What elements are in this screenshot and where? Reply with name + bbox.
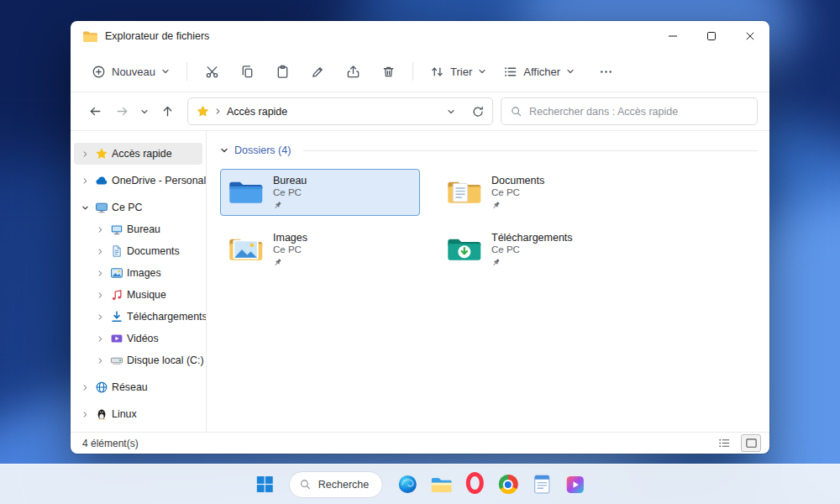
nav-buttons — [82, 99, 180, 124]
maximize-button[interactable] — [692, 21, 731, 51]
taskbar-opera-button[interactable] — [458, 466, 491, 500]
details-view-button[interactable] — [714, 434, 734, 452]
cloud-icon — [94, 174, 108, 188]
chevron-down-icon[interactable] — [79, 204, 91, 212]
sidebar-item-bureau[interactable]: Bureau — [74, 218, 202, 240]
delete-button[interactable] — [373, 57, 403, 86]
chevron-right-icon[interactable] — [79, 177, 91, 185]
pin-icon — [273, 258, 282, 267]
chevron-right-icon[interactable] — [79, 384, 91, 391]
taskbar-edge-button[interactable] — [391, 468, 424, 501]
large-icons-view-button[interactable] — [741, 434, 761, 452]
collapse-group-icon[interactable] — [220, 146, 228, 155]
folder-tile-bureau[interactable]: BureauCe PC — [220, 169, 420, 216]
forward-button[interactable] — [109, 99, 134, 124]
window-body: Accès rapideOneDrive - PersonalCe PCBure… — [71, 131, 769, 432]
search-input[interactable] — [529, 106, 748, 118]
window-title: Explorateur de fichiers — [105, 30, 209, 42]
sidebar-item-acces-rapide[interactable]: Accès rapide — [74, 143, 202, 165]
desktop: Explorateur de fichiers Nouveau Trier — [0, 0, 840, 504]
chevron-right-icon[interactable] — [94, 313, 106, 321]
chevron-right-icon[interactable] — [94, 357, 106, 365]
back-button[interactable] — [82, 99, 108, 124]
paste-button[interactable] — [267, 57, 297, 86]
chevron-down-icon — [447, 108, 455, 116]
music-icon — [109, 288, 123, 302]
refresh-button[interactable] — [467, 101, 489, 123]
folder-tile-images[interactable]: ImagesCe PC — [220, 226, 420, 273]
chevron-down-icon — [478, 67, 486, 76]
file-explorer-icon — [431, 476, 452, 494]
notes-icon — [534, 475, 550, 494]
chevron-right-icon[interactable] — [79, 150, 91, 158]
sidebar-item-linux[interactable]: Linux — [74, 403, 202, 425]
taskbar-media-button[interactable] — [559, 468, 592, 501]
pin-icon — [491, 258, 501, 267]
view-button[interactable]: Afficher — [496, 59, 582, 85]
cut-button[interactable] — [197, 57, 227, 86]
more-options-button[interactable] — [591, 57, 621, 86]
title-bar[interactable]: Explorateur de fichiers — [71, 21, 769, 51]
sidebar-item-disque-local-c[interactable]: Disque local (C:) — [74, 349, 202, 371]
folder-downloads-icon — [446, 234, 483, 265]
new-button[interactable]: Nouveau — [84, 59, 177, 85]
copy-button[interactable] — [232, 57, 262, 86]
folder-tiles: BureauCe PCDocumentsCe PCImagesCe PCTélé… — [220, 169, 758, 273]
taskbar-search-button[interactable]: Recherche — [289, 471, 383, 498]
chevron-right-icon[interactable] — [94, 248, 106, 255]
recent-button[interactable] — [136, 99, 153, 124]
folder-tile-telechargements[interactable]: TéléchargementsCe PC — [438, 226, 638, 273]
folder-name: Téléchargements — [491, 232, 573, 244]
star-icon — [94, 147, 108, 161]
toolbar-actions — [197, 57, 403, 86]
chevron-right-icon[interactable] — [94, 335, 106, 343]
view-icon — [503, 65, 517, 79]
sidebar-item-documents[interactable]: Documents — [74, 240, 202, 262]
divider — [412, 62, 413, 81]
address-bar[interactable]: Accès rapide — [187, 97, 493, 125]
taskbar-search-label: Recherche — [318, 479, 369, 491]
copy-icon — [240, 65, 255, 79]
sidebar-item-telechargements[interactable]: Téléchargements — [74, 306, 202, 328]
chrome-icon — [499, 475, 518, 494]
folder-name: Documents — [491, 175, 544, 187]
opera-icon — [466, 472, 484, 494]
sidebar-item-images[interactable]: Images — [74, 262, 202, 284]
address-dropdown-button[interactable] — [440, 101, 462, 123]
sidebar-item-label: Disque local (C:) — [127, 354, 204, 366]
sidebar-item-onedrive-personal[interactable]: OneDrive - Personal — [74, 170, 202, 192]
sidebar-item-musique[interactable]: Musique — [74, 284, 202, 306]
taskbar-notes-button[interactable] — [525, 468, 559, 501]
chevron-right-icon[interactable] — [94, 226, 106, 234]
folder-tile-documents[interactable]: DocumentsCe PC — [438, 169, 638, 216]
taskbar-chrome-button[interactable] — [491, 468, 525, 501]
start-button[interactable] — [248, 468, 281, 501]
chevron-down-icon — [161, 67, 170, 76]
sort-button[interactable]: Trier — [423, 59, 494, 85]
search-box — [501, 97, 758, 125]
picture-icon — [109, 266, 123, 281]
close-button[interactable] — [731, 21, 769, 51]
desktop-icon — [109, 223, 123, 237]
chevron-right-icon[interactable] — [94, 291, 106, 299]
chevron-down-icon — [566, 67, 575, 76]
sidebar-item-label: Ce PC — [112, 202, 143, 213]
sidebar-item-reseau[interactable]: Réseau — [74, 376, 202, 398]
chevron-right-icon[interactable] — [94, 270, 106, 277]
sidebar-item-label: OneDrive - Personal — [112, 175, 206, 186]
minimize-button[interactable] — [654, 21, 692, 51]
sidebar-item-videos[interactable]: Vidéos — [74, 328, 202, 349]
item-count: 4 élément(s) — [82, 438, 139, 449]
sidebar-item-ce-pc[interactable]: Ce PC — [74, 197, 202, 218]
taskbar-file-explorer-button[interactable] — [424, 469, 458, 502]
folder-images-icon — [228, 234, 265, 265]
share-button[interactable] — [338, 57, 368, 86]
chevron-right-icon[interactable] — [79, 411, 91, 418]
sort-icon — [430, 65, 444, 79]
rename-button[interactable] — [302, 57, 333, 86]
up-button[interactable] — [155, 99, 180, 124]
paste-icon — [276, 65, 290, 79]
breadcrumb-segment[interactable]: Accès rapide — [227, 106, 287, 118]
share-icon — [346, 65, 360, 79]
folder-name: Bureau — [273, 175, 307, 187]
